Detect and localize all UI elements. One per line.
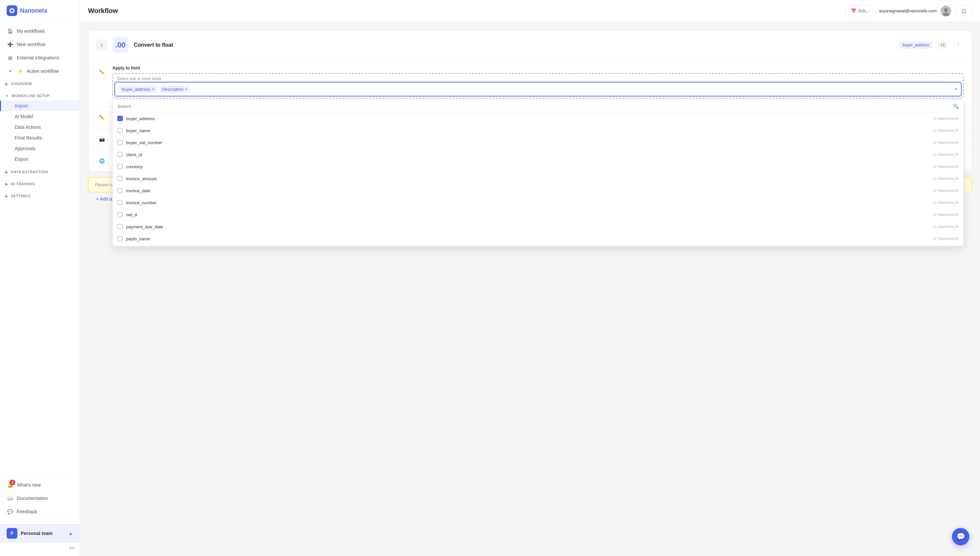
field-meta: 0 | Nanonets AI <box>934 237 959 241</box>
sidebar-item-data-actions[interactable]: Data Actions <box>0 122 80 133</box>
collapse-button[interactable]: << <box>0 543 80 553</box>
field-selector-wrapper: Select one or more fields buyer_address … <box>113 73 964 99</box>
field-meta: 0 | Nanonets AI <box>934 165 959 168</box>
dropdown-item[interactable]: net_d 0 | Nanonets AI <box>113 208 963 221</box>
logo-icon <box>6 5 17 16</box>
field-name: invoice_date <box>126 188 930 193</box>
field-name: client_id <box>126 152 930 157</box>
apply-section: ✏️ Apply to field Select one or more fie… <box>89 60 972 107</box>
section-data-extraction-header[interactable]: ▶ DATA EXTRACTION <box>0 167 80 176</box>
header-right: 📅 Sch... aryanagrawal@nanonets.com 📋 <box>845 5 972 16</box>
section-settings-header[interactable]: ▶ SETTINGS <box>0 191 80 200</box>
feedback-icon: 💬 <box>6 508 13 515</box>
dropdown-item[interactable]: invoice_number 0 | Nanonets AI <box>113 197 963 208</box>
avatar <box>941 6 951 16</box>
field-meta: 0 | Nanonets AI <box>934 189 959 192</box>
workflow-card-header: 1 .00 Convert to float buyer_address +1 … <box>89 31 972 60</box>
sidebar-item-my-workflows[interactable]: 🏠 My workflows <box>0 24 80 38</box>
field-selector-input[interactable]: buyer_address × Description × ▾ <box>114 82 962 97</box>
user-email: aryanagrawal@nanonets.com <box>879 8 936 13</box>
selected-tag-buyer-address: buyer_address × <box>119 86 157 93</box>
chevron-up-icon: ▲ <box>68 531 73 536</box>
dropdown-item[interactable]: buyer_address 0 | Nanonets AI <box>113 113 963 124</box>
section-workflow-setup: ▼ WORKFLOW SETUP Import AI Model Data Ac… <box>0 90 80 166</box>
checkbox[interactable] <box>118 224 123 229</box>
sidebar-item-import[interactable]: Import <box>0 100 80 111</box>
schedule-icon: 📅 <box>851 8 856 13</box>
field-dropdown: 🔍 buyer_address 0 | Nanonets AI buyer_na… <box>113 100 964 246</box>
sidebar-item-approvals[interactable]: Approvals <box>0 143 80 154</box>
chat-button[interactable]: 💬 <box>952 528 969 545</box>
sidebar-item-whats-new[interactable]: 🔔 1 What's new <box>0 478 80 491</box>
field-meta: 0 | Nanonets AI <box>934 213 959 217</box>
checkbox[interactable] <box>118 188 123 193</box>
checkbox[interactable] <box>118 176 123 181</box>
sidebar-item-export[interactable]: Export <box>0 154 80 165</box>
section-workflow-setup-header[interactable]: ▼ WORKFLOW SETUP <box>0 91 80 100</box>
remove-buyer-address-button[interactable]: × <box>152 87 155 91</box>
dropdown-item[interactable]: buyer_vat_number 0 | Nanonets AI <box>113 136 963 149</box>
sidebar-item-feedback[interactable]: 💬 Feedback <box>0 505 80 518</box>
sidebar-item-final-results[interactable]: Final Results <box>0 133 80 143</box>
sidebar-item-new-workflow[interactable]: ➕ New workflow <box>0 38 80 51</box>
checkbox[interactable] <box>118 236 123 241</box>
chevron-down-icon: ▾ <box>6 68 13 74</box>
selected-tag-description: Description × <box>159 86 190 93</box>
tag-plus[interactable]: +1 <box>938 41 948 49</box>
bell-icon: 🔔 1 <box>6 482 13 488</box>
grid-icon: ▦ <box>6 54 13 61</box>
dropdown-item[interactable]: currency 0 | Nanonets AI <box>113 160 963 173</box>
header: Workflow 📅 Sch... aryanagrawal@nanonets.… <box>80 0 980 22</box>
main-content: Workflow 📅 Sch... aryanagrawal@nanonets.… <box>80 0 980 556</box>
section-overview-header[interactable]: ▶ OVERVIEW <box>0 79 80 89</box>
checkbox[interactable] <box>118 152 123 157</box>
field-name: net_d <box>126 212 930 217</box>
field-name: buyer_address <box>126 116 930 121</box>
checkbox[interactable] <box>118 212 123 217</box>
copy-button[interactable]: 📋 <box>955 5 972 16</box>
sidebar-item-ai-model[interactable]: AI Model <box>0 111 80 122</box>
sidebar-logo: Nanonets <box>0 0 80 22</box>
select-hint: Select one or more fields <box>114 75 962 82</box>
remove-description-button[interactable]: × <box>185 87 187 91</box>
dropdown-list: buyer_address 0 | Nanonets AI buyer_name… <box>113 113 963 246</box>
dropdown-item[interactable]: po_number 0 | Nanonets AI <box>113 245 963 246</box>
checkbox[interactable] <box>118 200 123 205</box>
sidebar-item-active-workflow[interactable]: ▾ ⚡ Active workflow <box>0 65 80 78</box>
field-meta: 0 | Nanonets AI <box>934 141 959 144</box>
dropdown-item[interactable]: client_id 0 | Nanonets AI <box>113 149 963 160</box>
search-input[interactable] <box>118 104 950 109</box>
sidebar-divider <box>0 521 80 521</box>
edit-icon-2: ✏️ <box>97 112 107 123</box>
checkbox[interactable] <box>118 140 123 145</box>
field-name: invoice_amount <box>126 176 930 181</box>
dropdown-item[interactable]: invoice_date 0 | Nanonets AI <box>113 184 963 197</box>
field-meta: 0 | Nanonets AI <box>934 152 959 157</box>
dropdown-item[interactable]: invoice_amount 0 | Nanonets AI <box>113 173 963 184</box>
field-meta: 0 | Nanonets AI <box>934 116 959 120</box>
step-icon: .00 <box>113 37 129 53</box>
step-number: 1 <box>97 40 107 50</box>
sidebar-team[interactable]: P Personal team ▲ <box>0 524 80 543</box>
checkbox[interactable] <box>118 164 123 169</box>
copy-icon: 📋 <box>961 8 966 13</box>
dropdown-item[interactable]: buyer_name 0 | Nanonets AI <box>113 124 963 136</box>
svg-point-2 <box>944 8 948 12</box>
step-title: Convert to float <box>134 42 894 48</box>
field-meta: 0 | Nanonets AI <box>934 225 959 229</box>
field-meta: 0 | Nanonets AI <box>934 176 959 181</box>
notification-badge: 1 <box>9 480 15 486</box>
checkbox[interactable] <box>118 116 123 121</box>
activity-icon: ⚡ <box>17 68 23 74</box>
section-ai-training-header[interactable]: ▶ AI TRAINING <box>0 179 80 189</box>
more-options-button[interactable]: ⋮ <box>953 40 964 50</box>
sidebar-bottom: 🔔 1 What's new 📖 Documentation 💬 Feedbac… <box>0 475 80 556</box>
sidebar-item-external-integrations[interactable]: ▦ External integrations <box>0 51 80 65</box>
chat-icon: 💬 <box>956 532 965 541</box>
checkbox[interactable] <box>118 128 123 133</box>
field-name: payto_name <box>126 236 930 241</box>
sidebar-item-documentation[interactable]: 📖 Documentation <box>0 491 80 505</box>
dropdown-item[interactable]: payment_due_date 0 | Nanonets AI <box>113 221 963 233</box>
dropdown-item[interactable]: payto_name 0 | Nanonets AI <box>113 233 963 245</box>
schedule-button[interactable]: 📅 Sch... <box>845 5 875 16</box>
